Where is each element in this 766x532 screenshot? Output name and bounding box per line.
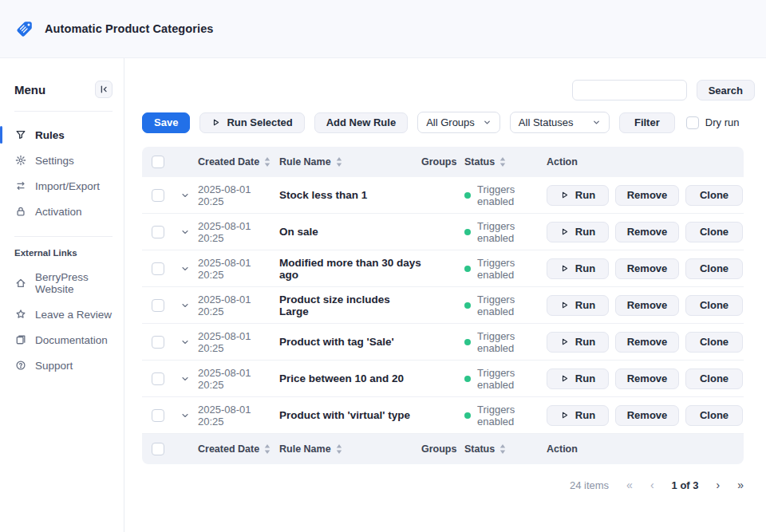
sort-icon[interactable]: [336, 444, 342, 454]
column-status[interactable]: Status: [464, 443, 547, 455]
row-expand-chevron-down-icon[interactable]: [180, 191, 193, 200]
clone-button[interactable]: Clone: [685, 368, 743, 389]
sidebar-item-activation[interactable]: Activation: [14, 199, 124, 223]
remove-button[interactable]: Remove: [615, 185, 679, 206]
clone-button[interactable]: Clone: [685, 222, 743, 242]
column-label: Action: [547, 443, 578, 455]
action-cell: RunRemoveClone: [547, 222, 751, 242]
sidebar-item-support[interactable]: Support: [14, 353, 124, 377]
table-row: 2025-08-01 20:25Product size includes La…: [142, 287, 744, 324]
clone-button[interactable]: Clone: [685, 405, 743, 426]
remove-button[interactable]: Remove: [615, 405, 679, 426]
sidebar-nav: RulesSettingsImport/ExportActivation: [14, 123, 124, 223]
column-status[interactable]: Status: [464, 156, 547, 167]
status-dot-icon: [464, 192, 471, 199]
row-checkbox[interactable]: [152, 262, 164, 275]
sidebar-item-settings[interactable]: Settings: [14, 148, 124, 172]
sidebar-item-documentation[interactable]: Documentation: [14, 328, 124, 352]
sidebar-divider: [14, 111, 113, 112]
sidebar-external-links: BerryPress WebsiteLeave a ReviewDocument…: [14, 266, 124, 377]
row-checkbox[interactable]: [152, 372, 164, 385]
sidebar-item-leave-a-review[interactable]: Leave a Review: [14, 302, 124, 326]
rules-table: Created DateRule NameGroupsStatusAction …: [142, 147, 744, 464]
run-button[interactable]: Run: [547, 258, 609, 279]
status-label: Triggers enabled: [477, 330, 547, 354]
statuses-select[interactable]: All Statuses: [510, 112, 610, 133]
sidebar-item-berrypress-website[interactable]: BerryPress Website: [14, 266, 124, 301]
sidebar-item-import-export[interactable]: Import/Export: [14, 174, 124, 198]
row-expand-chevron-down-icon[interactable]: [180, 374, 193, 384]
run-button[interactable]: Run: [547, 295, 609, 316]
add-new-rule-button[interactable]: Add New Rule: [314, 112, 408, 133]
run-button[interactable]: Run: [547, 405, 609, 426]
select-all-checkbox[interactable]: [152, 443, 164, 455]
remove-button[interactable]: Remove: [615, 295, 679, 316]
column-action: Action: [547, 156, 744, 167]
column-rule-name[interactable]: Rule Name: [279, 443, 421, 455]
clone-button[interactable]: Clone: [685, 185, 743, 206]
sort-icon[interactable]: [264, 157, 270, 167]
column-groups: Groups: [421, 443, 464, 455]
run-button[interactable]: Run: [547, 185, 609, 206]
play-icon: [560, 337, 569, 346]
remove-button[interactable]: Remove: [615, 368, 679, 389]
row-expand-chevron-down-icon[interactable]: [180, 227, 193, 237]
clone-button[interactable]: Clone: [685, 258, 743, 279]
lock-icon: [14, 205, 27, 218]
filter-button[interactable]: Filter: [619, 112, 675, 133]
first-page-button[interactable]: «: [626, 479, 633, 491]
remove-button[interactable]: Remove: [615, 332, 679, 353]
select-all-checkbox[interactable]: [152, 156, 164, 168]
next-page-button[interactable]: ›: [717, 479, 721, 491]
sort-icon[interactable]: [499, 157, 506, 167]
sidebar-item-label: Settings: [35, 155, 74, 167]
sidebar-collapse-button[interactable]: [95, 81, 113, 98]
row-expand-chevron-down-icon[interactable]: [180, 337, 193, 347]
save-button[interactable]: Save: [142, 112, 190, 133]
row-checkbox[interactable]: [152, 189, 164, 202]
action-cell: RunRemoveClone: [547, 332, 751, 353]
run-button[interactable]: Run: [547, 222, 609, 242]
search-button[interactable]: Search: [697, 80, 755, 100]
column-created-date[interactable]: Created Date: [198, 156, 279, 167]
groups-select[interactable]: All Groups: [417, 112, 500, 133]
status-cell: Triggers enabled: [464, 330, 547, 354]
sort-icon[interactable]: [336, 157, 342, 167]
row-expand-chevron-down-icon[interactable]: [180, 411, 193, 420]
table-row: 2025-08-01 20:25Stock less than 1Trigger…: [142, 177, 744, 214]
remove-button[interactable]: Remove: [615, 258, 679, 279]
run-selected-button[interactable]: Run Selected: [199, 112, 304, 133]
search-input[interactable]: [572, 80, 687, 100]
row-expand-chevron-down-icon[interactable]: [180, 301, 193, 310]
run-label: Run: [575, 336, 595, 348]
remove-button[interactable]: Remove: [615, 222, 679, 242]
sort-icon[interactable]: [264, 444, 270, 454]
sidebar-item-rules[interactable]: Rules: [14, 123, 124, 147]
rule-name-cell: On sale: [279, 226, 421, 238]
app-logo-tag-icon: [14, 18, 35, 39]
chevron-down-icon: [483, 118, 492, 127]
row-checkbox[interactable]: [152, 409, 164, 422]
sidebar-menu-title: Menu: [14, 83, 45, 97]
prev-page-button[interactable]: ‹: [650, 479, 654, 491]
row-expand-chevron-down-icon[interactable]: [180, 264, 193, 274]
column-created-date[interactable]: Created Date: [198, 443, 279, 455]
swap-icon: [14, 179, 27, 192]
clone-button[interactable]: Clone: [685, 332, 743, 353]
clone-button[interactable]: Clone: [685, 295, 743, 316]
row-checkbox[interactable]: [152, 226, 164, 238]
dry-run-checkbox[interactable]: [686, 116, 699, 129]
row-checkbox[interactable]: [152, 336, 164, 349]
run-button[interactable]: Run: [547, 368, 609, 389]
created-date-cell: 2025-08-01 20:25: [198, 367, 279, 391]
status-dot-icon: [464, 412, 471, 419]
sort-icon[interactable]: [499, 444, 506, 454]
run-button[interactable]: Run: [547, 332, 609, 353]
table-row: 2025-08-01 20:25On saleTriggers enabledR…: [142, 214, 744, 250]
row-checkbox[interactable]: [152, 299, 164, 312]
items-count: 24 items: [570, 479, 609, 491]
column-rule-name[interactable]: Rule Name: [279, 156, 421, 167]
page-title: Automatic Product Categories: [45, 22, 213, 35]
star-icon: [14, 308, 27, 321]
last-page-button[interactable]: »: [737, 479, 744, 491]
